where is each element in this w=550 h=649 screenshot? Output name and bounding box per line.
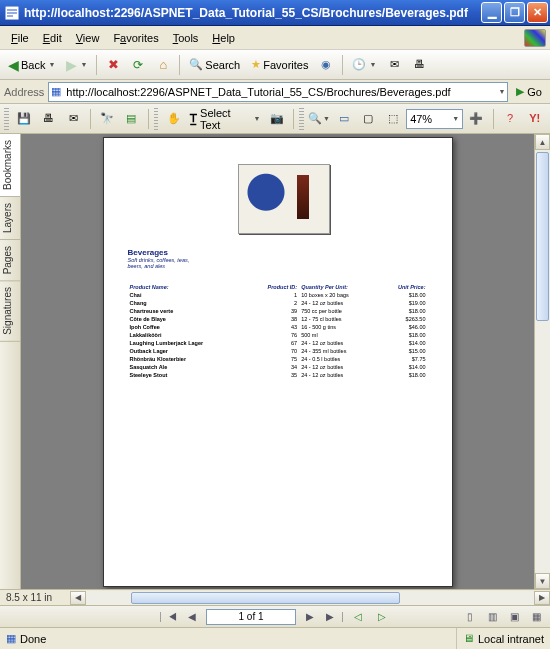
last-page-button[interactable]: ▶⎹: [324, 608, 344, 626]
find-button[interactable]: 🔭: [96, 107, 119, 131]
address-input[interactable]: [64, 85, 494, 99]
media-button[interactable]: ◉: [315, 54, 337, 76]
window-title: http://localhost:2296/ASPNET_Data_Tutori…: [24, 6, 481, 20]
print-button[interactable]: 🖶: [37, 107, 60, 131]
cell-name: Chang: [128, 299, 248, 307]
page-actual-icon: ▢: [363, 113, 373, 124]
continuous-facing-button[interactable]: ▦: [526, 608, 546, 626]
zoom-actual-button[interactable]: ▢: [357, 107, 380, 131]
minimize-button[interactable]: ▁: [481, 2, 502, 23]
select-text-button[interactable]: T̲ Select Text ▼: [187, 107, 263, 131]
restore-button[interactable]: ❐: [504, 2, 525, 23]
zoom-in-button[interactable]: 🔍▼: [308, 107, 331, 131]
envelope-icon: ✉: [69, 113, 78, 124]
help-button[interactable]: ?: [499, 107, 522, 131]
close-button[interactable]: ✕: [527, 2, 548, 23]
reading-button[interactable]: ▤: [120, 107, 143, 131]
cell-name: Côte de Blaye: [128, 315, 248, 323]
hscroll-thumb[interactable]: [131, 592, 400, 604]
title-bar: http://localhost:2296/ASPNET_Data_Tutori…: [0, 0, 550, 26]
save-copy-button[interactable]: 💾: [13, 107, 36, 131]
favorites-button[interactable]: ★Favorites: [247, 54, 312, 76]
next-page-button[interactable]: ▶: [300, 608, 320, 626]
stop-button[interactable]: ✖: [102, 54, 124, 76]
cell-price: $18.00: [379, 331, 428, 339]
zoom-plus-button[interactable]: ➕: [465, 107, 488, 131]
side-tab-layers[interactable]: Layers: [0, 197, 20, 240]
menu-view[interactable]: View: [69, 29, 107, 47]
table-row: Chang224 - 12 oz bottles$19.00: [128, 299, 428, 307]
forward-button[interactable]: ▶▼: [62, 54, 91, 76]
hscroll-track[interactable]: [86, 591, 534, 605]
document-viewport[interactable]: Beverages Soft drinks, coffees, teas, be…: [21, 134, 534, 589]
cell-qty: 10 boxes x 20 bags: [299, 291, 379, 299]
scroll-up-button[interactable]: ▲: [535, 134, 550, 150]
menu-tools[interactable]: Tools: [166, 29, 206, 47]
scroll-right-button[interactable]: ▶: [534, 591, 550, 605]
refresh-button[interactable]: ⟳: [127, 54, 149, 76]
back-label: Back: [21, 59, 45, 71]
menu-edit[interactable]: Edit: [36, 29, 69, 47]
home-button[interactable]: ⌂: [152, 54, 174, 76]
print-nav-button[interactable]: 🖶: [408, 54, 430, 76]
side-tab-bookmarks[interactable]: Bookmarks: [0, 134, 20, 197]
address-bar: Address ▦ ▼ ▶ Go: [0, 80, 550, 104]
zoom-combo[interactable]: 47% ▼: [406, 109, 463, 129]
cell-price: $19.00: [379, 299, 428, 307]
back-button[interactable]: ◀ Back ▼: [4, 54, 59, 76]
cell-id: 34: [247, 363, 299, 371]
side-tab-signatures[interactable]: Signatures: [0, 281, 20, 342]
cell-price: $14.00: [379, 363, 428, 371]
pg-back-button[interactable]: ◁: [348, 608, 368, 626]
facing-button[interactable]: ▣: [504, 608, 524, 626]
vertical-scrollbar[interactable]: ▲ ▼: [534, 134, 550, 589]
zoom-fit-button[interactable]: ⬚: [382, 107, 405, 131]
security-zone: 🖥 Local intranet: [456, 628, 544, 649]
snapshot-button[interactable]: 📷: [265, 107, 288, 131]
address-dropdown-icon[interactable]: ▼: [498, 88, 505, 95]
camera-icon: 📷: [270, 113, 284, 124]
pg-fwd-button[interactable]: ▷: [372, 608, 392, 626]
menu-favorites[interactable]: Favorites: [106, 29, 165, 47]
search-label: Search: [205, 59, 240, 71]
page-icon: ▦: [51, 86, 61, 97]
col-name: Product Name:: [128, 283, 248, 291]
menu-help[interactable]: Help: [205, 29, 242, 47]
star-icon: ★: [251, 59, 261, 70]
search-button[interactable]: 🔍Search: [185, 54, 244, 76]
grip-icon-3: [299, 108, 304, 130]
home-icon: ⌂: [159, 58, 167, 71]
back-arrow-icon: ◀: [8, 58, 19, 72]
zone-icon: 🖥: [463, 633, 474, 644]
scroll-thumb[interactable]: [536, 152, 549, 321]
menu-file[interactable]: File: [4, 29, 36, 47]
scroll-left-button[interactable]: ◀: [70, 591, 86, 605]
prev-page-button[interactable]: ◀: [182, 608, 202, 626]
disk-icon: 💾: [17, 113, 31, 124]
hand-tool-button[interactable]: ✋: [162, 107, 185, 131]
side-tab-pages[interactable]: Pages: [0, 240, 20, 281]
single-page-button[interactable]: ▯: [460, 608, 480, 626]
mail-icon: ✉: [390, 59, 399, 70]
page-number-box[interactable]: 1 of 1: [206, 609, 296, 625]
cell-name: Chai: [128, 291, 248, 299]
mail-button[interactable]: ✉: [383, 54, 405, 76]
page-dimensions: 8.5 x 11 in: [0, 592, 70, 603]
plus-icon: ➕: [469, 113, 483, 124]
go-button[interactable]: ▶ Go: [512, 82, 546, 102]
zoom-out-button[interactable]: ▭: [332, 107, 355, 131]
continuous-button[interactable]: ▥: [482, 608, 502, 626]
zone-text: Local intranet: [478, 633, 544, 645]
scroll-down-button[interactable]: ▼: [535, 573, 550, 589]
scroll-track[interactable]: [535, 150, 550, 573]
first-page-button[interactable]: ⎸◀: [158, 608, 178, 626]
history-button[interactable]: 🕒▼: [348, 54, 380, 76]
address-box[interactable]: ▦ ▼: [48, 82, 508, 102]
cell-id: 35: [247, 371, 299, 379]
yahoo-button[interactable]: Y!: [523, 107, 546, 131]
cell-price: $263.50: [379, 315, 428, 323]
cell-price: $7.75: [379, 355, 428, 363]
email-button[interactable]: ✉: [62, 107, 85, 131]
page-number: 1 of 1: [238, 611, 263, 622]
table-row: Chartreuse verte39750 cc per bottle$18.0…: [128, 307, 428, 315]
